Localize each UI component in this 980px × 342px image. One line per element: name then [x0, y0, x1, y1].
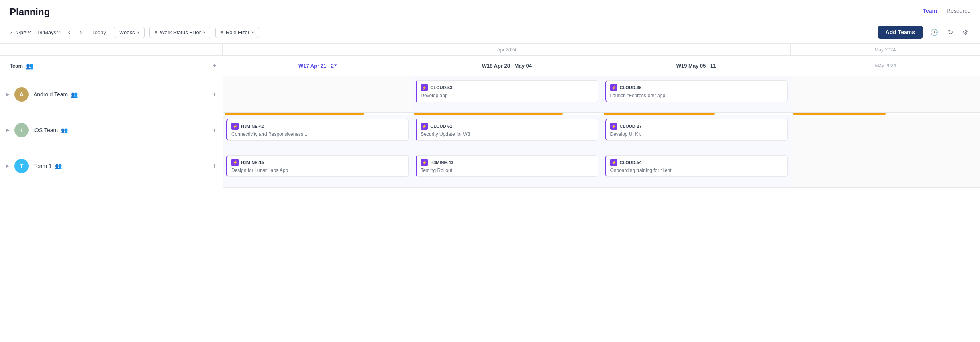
ios-progress-bar-w19 — [604, 113, 715, 115]
refresh-btn[interactable]: ↻ — [945, 26, 955, 39]
team-name-android: Android Team 👥 — [33, 91, 78, 98]
date-range-text: 21/Apr/24 - 18/May/24 — [10, 29, 61, 35]
main-grid: Team 👥 + ▶ A Android Team 👥 + ▶ i iOS — [0, 44, 980, 334]
role-filter-chevron-icon: ▾ — [252, 30, 254, 35]
week-header-w18: W18 Apr 28 - May 04 — [412, 56, 602, 76]
bolt-icon-cloud54: ⚡ — [610, 159, 617, 166]
may-month-header: May 2024 — [791, 44, 980, 55]
filter-icon: ≡ — [155, 29, 158, 35]
android-people-icon: 👥 — [71, 91, 78, 98]
expand-android-icon[interactable]: ▶ — [6, 92, 10, 96]
android-w19-cell: ⚡ CLOUD-35 Launch "Espress-oh!" app — [602, 76, 791, 112]
work-filter-chevron-icon: ▾ — [203, 30, 205, 35]
add-ios-btn[interactable]: + — [213, 127, 216, 134]
role-filter-btn[interactable]: ≡ Role Filter ▾ — [215, 27, 259, 38]
bolt-icon-cloud35: ⚡ — [610, 84, 617, 91]
team-row-team1-left: ▶ T Team 1 👥 + — [0, 148, 223, 184]
week-header-w20: May 2024 — [791, 56, 980, 76]
ios-w17-cell: ⚡ H3MINE-42 Connectivity and Responsiven… — [223, 115, 412, 151]
ios-w18-cell: ⚡ CLOUD-61 Security Update for W3 — [412, 115, 602, 151]
add-team1-btn[interactable]: + — [213, 162, 216, 170]
week-header-w17: W17 Apr 21 - 27 — [223, 56, 412, 76]
team-col-header: Team 👥 + — [0, 56, 223, 76]
task-cloud-54[interactable]: ⚡ CLOUD-54 Onboarding training for clien… — [605, 155, 788, 177]
work-status-filter-btn[interactable]: ≡ Work Status Filter ▾ — [149, 27, 211, 38]
expand-team1-icon[interactable]: ▶ — [6, 164, 10, 168]
ios-calendar-row: ⚡ H3MINE-42 Connectivity and Responsiven… — [223, 115, 980, 151]
team-people-icon: 👥 — [26, 62, 34, 70]
apr-month-header: Apr 2024 — [223, 44, 791, 55]
ios-progress-bar-w17 — [225, 113, 364, 115]
top-header: Planning Team Resource — [0, 0, 980, 21]
week-headers: W17 Apr 21 - 27 W18 Apr 28 - May 04 W19 … — [223, 56, 980, 76]
ios-progress-bar-w18 — [414, 113, 563, 115]
toolbar: 21/Apr/24 - 18/May/24 ‹ › Today Weeks ▾ … — [0, 21, 980, 44]
team1-calendar-row: ⚡ H3MINE-15 Design for Lunar Labs App ⚡ … — [223, 151, 980, 188]
calendar-rows: ⚡ CLOUD-53 Develop app ⚡ CLOUD-35 — [223, 76, 980, 334]
bolt-icon-cloud53: ⚡ — [421, 84, 428, 91]
expand-ios-icon[interactable]: ▶ — [6, 128, 10, 132]
weeks-chevron-icon: ▾ — [137, 30, 139, 35]
android-w17-cell — [223, 76, 412, 112]
bolt-icon-cloud61: ⚡ — [421, 123, 428, 130]
avatar-team1: T — [14, 159, 29, 173]
prev-btn[interactable]: ‹ — [66, 28, 73, 37]
ios-w20-cell — [791, 115, 980, 151]
page-title: Planning — [10, 6, 50, 18]
avatar-android: A — [14, 87, 29, 102]
ios-progress-w17 — [223, 113, 412, 115]
view-tabs: Team Resource — [923, 8, 970, 16]
avatar-ios: i — [14, 123, 29, 137]
task-cloud-53[interactable]: ⚡ CLOUD-53 Develop app — [416, 80, 598, 102]
team1-w20-cell — [791, 151, 980, 187]
task-cloud-35[interactable]: ⚡ CLOUD-35 Launch "Espress-oh!" app — [605, 80, 788, 102]
team-rows-left: ▶ A Android Team 👥 + ▶ i iOS Team 👥 + — [0, 76, 223, 334]
right-panel: Apr 2024 May 2024 W17 Apr 21 - 27 W18 Ap… — [223, 44, 980, 334]
bolt-icon-cloud27: ⚡ — [610, 123, 617, 130]
android-calendar-row: ⚡ CLOUD-53 Develop app ⚡ CLOUD-35 — [223, 76, 980, 113]
today-btn[interactable]: Today — [89, 28, 109, 37]
ios-people-icon: 👥 — [61, 127, 68, 133]
team1-w18-cell: ⚡ H3MINE-43 Testing Rollout — [412, 151, 602, 187]
team1-w17-cell: ⚡ H3MINE-15 Design for Lunar Labs App — [223, 151, 412, 187]
task-cloud-61[interactable]: ⚡ CLOUD-61 Security Update for W3 — [416, 119, 598, 141]
task-h3mine-43[interactable]: ⚡ H3MINE-43 Testing Rollout — [416, 155, 598, 177]
team-row-android-left: ▶ A Android Team 👥 + — [0, 76, 223, 112]
task-cloud-27[interactable]: ⚡ CLOUD-27 Develop UI Kit — [605, 119, 788, 141]
add-teams-button[interactable]: Add Teams — [878, 26, 923, 39]
next-btn[interactable]: › — [77, 28, 84, 37]
task-h3mine-42[interactable]: ⚡ H3MINE-42 Connectivity and Responsiven… — [226, 119, 409, 141]
date-range: 21/Apr/24 - 18/May/24 — [10, 29, 61, 35]
team-row-ios-left: ▶ i iOS Team 👥 + — [0, 112, 223, 148]
month-strip: Apr 2024 May 2024 — [223, 44, 980, 56]
ios-progress-bar-w20 — [793, 113, 886, 115]
role-filter-icon: ≡ — [220, 29, 223, 35]
weeks-dropdown[interactable]: Weeks ▾ — [114, 27, 145, 38]
bolt-icon-h3mine43: ⚡ — [421, 159, 428, 166]
add-android-btn[interactable]: + — [213, 91, 216, 98]
android-w20-cell — [791, 76, 980, 112]
team1-people-icon: 👥 — [55, 163, 62, 169]
ios-progress-w19 — [602, 113, 791, 115]
ios-w19-cell: ⚡ CLOUD-27 Develop UI Kit — [602, 115, 791, 151]
android-w18-cell: ⚡ CLOUD-53 Develop app — [412, 76, 602, 112]
left-panel: Team 👥 + ▶ A Android Team 👥 + ▶ i iOS — [0, 44, 223, 334]
team-name-ios: iOS Team 👥 — [33, 127, 68, 133]
ios-progress-w18 — [412, 113, 602, 115]
settings-btn[interactable]: ⚙ — [960, 26, 970, 39]
bolt-icon-h3mine42: ⚡ — [231, 123, 239, 130]
team1-w19-cell: ⚡ CLOUD-54 Onboarding training for clien… — [602, 151, 791, 187]
task-h3mine-15[interactable]: ⚡ H3MINE-15 Design for Lunar Labs App — [226, 155, 409, 177]
ios-progress-w20 — [791, 113, 980, 115]
add-team-col-btn[interactable]: + — [213, 62, 216, 69]
tab-resource[interactable]: Resource — [947, 8, 970, 16]
week-header-w19: W19 May 05 - 11 — [602, 56, 791, 76]
bolt-icon-h3mine15: ⚡ — [231, 159, 239, 166]
team-name-team1: Team 1 👥 — [33, 163, 62, 169]
clock-btn[interactable]: 🕐 — [928, 26, 941, 39]
tab-team[interactable]: Team — [923, 8, 937, 16]
